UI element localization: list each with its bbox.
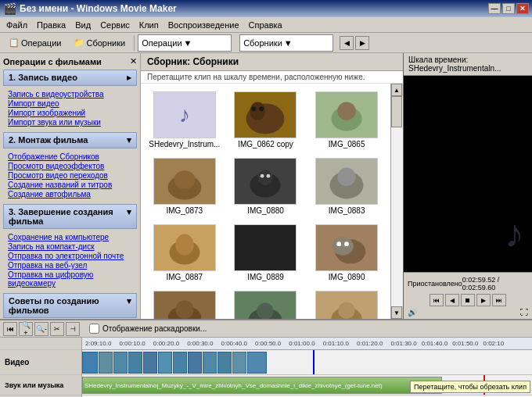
thumb-5 <box>234 158 297 205</box>
tracks-area: 2:09:10.0 0:00:10.0 0:00:20.0 0:00:30.0 … <box>82 338 532 397</box>
link-view-collections[interactable]: Отображение Сборников <box>8 152 132 161</box>
section4-header[interactable]: Советы по созданию фильмов ▾ <box>3 293 137 318</box>
operations-dropdown[interactable]: Операции ▼ <box>138 34 232 52</box>
volume-icon[interactable]: 🔊 <box>408 308 417 317</box>
panel-close-icon[interactable]: ✕ <box>130 56 137 66</box>
media-item-2[interactable]: IMG_0862 copy <box>228 90 304 150</box>
title-bar-left: 🎬 Без имени - Windows Movie Maker <box>3 2 177 15</box>
thumb-2 <box>234 91 297 138</box>
preview-video: ♪ <box>404 76 532 272</box>
media-item-12[interactable]: IMG_0895 <box>309 289 384 319</box>
svg-point-18 <box>337 167 355 185</box>
toolbar-back-btn[interactable]: ◀ <box>340 36 354 50</box>
menu-clip[interactable]: Клип <box>135 19 164 31</box>
video-clip[interactable] <box>188 352 202 374</box>
audio-clip[interactable]: SHedevry_Instrumentalnoj_Muzyky_-_V_mire… <box>82 377 442 394</box>
link-import-audio[interactable]: Импорт звука или музыки <box>8 118 132 127</box>
video-clip[interactable] <box>128 352 142 374</box>
menu-tools[interactable]: Сервис <box>95 19 135 31</box>
menu-file[interactable]: Файл <box>2 19 32 31</box>
media-label-1: SHedevry_Instrum... <box>149 140 220 148</box>
link-titles[interactable]: Создание названий и титров <box>8 181 132 189</box>
tl-scissors-btn[interactable]: ✂ <box>50 322 64 336</box>
tl-zoomout-btn[interactable]: 🔍- <box>34 322 49 336</box>
tl-split-btn[interactable]: ⊣ <box>66 322 80 336</box>
toolbar-collections-btn[interactable]: 📁 Сборники <box>68 34 131 52</box>
collections-dropdown[interactable]: Сборники ▼ <box>239 34 333 52</box>
link-send-camera[interactable]: Отправка на цифровую видеокамеру <box>8 270 132 288</box>
menu-edit[interactable]: Правка <box>32 19 70 31</box>
preview-skip-back-btn[interactable]: ⏮ <box>430 294 444 306</box>
menu-help[interactable]: Справка <box>244 19 287 31</box>
toolbar-forward-btn[interactable]: ▶ <box>355 36 369 50</box>
media-item-6[interactable]: IMG_0883 <box>309 156 384 216</box>
media-grid: ♪ SHedevry_Instrum... <box>141 84 390 319</box>
link-send-email[interactable]: Отправка по электронной почте <box>8 252 132 260</box>
video-clip[interactable] <box>82 352 98 374</box>
video-clip[interactable] <box>158 352 172 374</box>
section2-header[interactable]: 2. Монтаж фильма ▾ <box>3 132 137 148</box>
media-item-10[interactable]: IMG_0891 <box>147 289 222 319</box>
video-clip[interactable] <box>232 352 246 374</box>
thumb-11 <box>234 291 297 319</box>
scroll-up-btn[interactable]: ▲ <box>391 84 402 96</box>
tl-rewind-btn[interactable]: ⏮ <box>3 322 17 336</box>
preview-skip-forward-btn[interactable]: ⏭ <box>492 294 506 306</box>
scroll-down-btn[interactable]: ▼ <box>391 306 402 319</box>
media-item-4[interactable]: IMG_0873 <box>147 156 222 216</box>
close-button[interactable]: ✕ <box>516 3 529 14</box>
media-item-8[interactable]: IMG_0889 <box>228 223 304 283</box>
thumb-9 <box>315 224 378 271</box>
menu-view[interactable]: Вид <box>70 19 95 31</box>
preview-stop-btn[interactable]: ⏹ <box>461 294 475 306</box>
media-item-5[interactable]: IMG_0880 <box>228 156 304 216</box>
content-scrollbar[interactable]: ▲ ▼ <box>390 84 403 319</box>
toolbar-tasks-btn[interactable]: 📋 Операции <box>3 34 66 52</box>
minimize-button[interactable]: — <box>488 3 501 14</box>
thumb-6 <box>315 158 378 205</box>
section1-expand-icon: ▸ <box>127 73 131 83</box>
toolbar-separator <box>134 35 135 51</box>
media-item-3[interactable]: IMG_0865 <box>309 90 384 150</box>
tl-zoomin-btn[interactable]: 🔍+ <box>19 322 33 336</box>
preview-back-btn[interactable]: ◀ <box>445 294 459 306</box>
track-label-video: Видео <box>0 350 81 375</box>
media-item-11[interactable]: IMG_0892 <box>228 289 304 319</box>
video-clip[interactable] <box>203 352 217 374</box>
link-video-effects[interactable]: Просмотр видеоэффектов <box>8 162 132 170</box>
preview-play-btn[interactable]: ▶ <box>476 294 491 306</box>
video-clip[interactable] <box>217 352 232 374</box>
menu-playback[interactable]: Воспроизведение <box>164 19 244 31</box>
content-header: Сборник: Сборники <box>141 53 403 71</box>
svg-point-37 <box>338 302 354 318</box>
video-clip[interactable] <box>113 352 128 374</box>
link-auto-movie[interactable]: Создание автофильма <box>8 190 132 198</box>
svg-point-28 <box>344 241 349 246</box>
link-record-video[interactable]: Запись с видеоустройства <box>8 90 132 98</box>
svg-point-34 <box>257 302 274 319</box>
link-video-transitions[interactable]: Просмотр видео переходов <box>8 171 132 180</box>
media-item-7[interactable]: IMG_0887 <box>147 223 222 283</box>
track-video <box>82 350 532 375</box>
content-subheader: Перетащите клип на шкалу времени, распол… <box>141 71 403 84</box>
video-clip[interactable] <box>173 352 187 374</box>
video-clip-selected[interactable] <box>247 352 267 374</box>
maximize-button[interactable]: □ <box>502 3 515 14</box>
video-clip[interactable] <box>143 352 157 374</box>
section2-content: Отображение Сборников Просмотр видеоэффе… <box>3 150 137 201</box>
svg-point-4 <box>252 106 257 111</box>
link-send-web[interactable]: Отправка на веб-узел <box>8 261 132 270</box>
link-save-computer[interactable]: Сохранение на компьютере <box>8 233 132 241</box>
media-item-1[interactable]: ♪ SHedevry_Instrum... <box>147 90 222 150</box>
video-clip[interactable] <box>99 352 113 374</box>
section3-header[interactable]: 3. Завершение создания фильма ▾ <box>3 204 137 229</box>
thumb-1: ♪ <box>153 91 216 138</box>
storyboard-checkbox[interactable] <box>89 324 99 334</box>
media-item-9[interactable]: IMG_0890 <box>309 223 384 283</box>
link-save-cd[interactable]: Запись на компакт-диск <box>8 242 132 251</box>
scroll-thumb[interactable] <box>391 96 402 127</box>
section1-header[interactable]: 1. Запись видео ▸ <box>3 70 137 86</box>
link-import-video[interactable]: Импорт видео <box>8 99 132 108</box>
link-import-images[interactable]: Импорт изображений <box>8 109 132 117</box>
fullscreen-icon[interactable]: ⛶ <box>520 308 528 317</box>
